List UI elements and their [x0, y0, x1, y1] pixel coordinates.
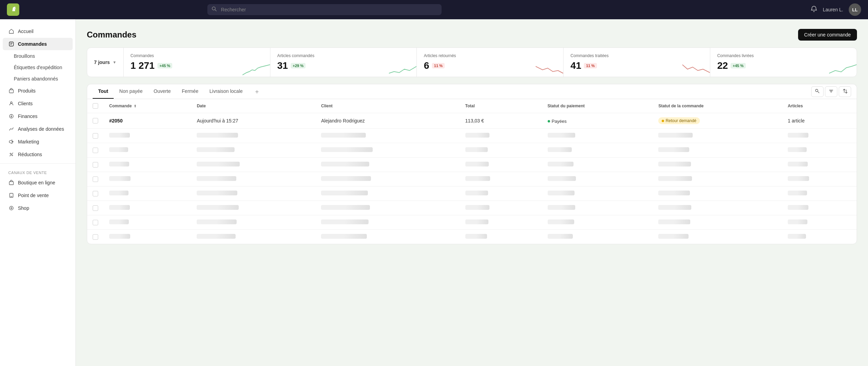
row-checkbox[interactable]	[93, 118, 98, 123]
orders-table-wrap: Commande ⬆ Date Client Total Statut du p…	[87, 99, 857, 244]
skeleton-cell	[658, 219, 690, 224]
sidebar-item-reductions[interactable]: Réductions	[3, 148, 73, 161]
sidebar-label-point: Point de vente	[18, 193, 49, 198]
svg-point-7	[11, 102, 12, 104]
table-row[interactable]: #2050 Aujourd'hui à 15:27 Alejandro Rodr…	[87, 113, 857, 129]
stat-label-articles-retournes: Articles retournés	[424, 53, 556, 58]
tab-non-payee[interactable]: Non payée	[114, 84, 148, 99]
tab-fermee[interactable]: Fermée	[176, 84, 204, 99]
sidebar-item-etiquettes[interactable]: Étiquettes d'expédition	[3, 62, 73, 73]
col-commande[interactable]: Commande ⬆	[104, 99, 191, 113]
svg-point-16	[816, 89, 818, 92]
skeleton-cell	[788, 133, 808, 138]
sidebar-item-shop[interactable]: Shop	[3, 202, 73, 214]
sidebar-item-analyses[interactable]: Analyses de données	[3, 123, 73, 135]
sort-button[interactable]	[839, 86, 851, 97]
sidebar-label-clients: Clients	[18, 101, 33, 106]
user-avatar[interactable]: LL	[849, 3, 861, 16]
row-select[interactable]	[87, 113, 104, 129]
sort-icon: ⬆	[134, 104, 136, 108]
sidebar-item-boutique[interactable]: Boutique en ligne	[3, 176, 73, 189]
sidebar-item-commandes[interactable]: Commandes	[3, 38, 73, 50]
topnav-right: Lauren L. LL	[810, 3, 861, 16]
row-date: Aujourd'hui à 15:27	[191, 113, 316, 129]
tabs-actions	[811, 86, 851, 97]
skeleton-cell	[658, 205, 691, 210]
tab-add-button[interactable]: ＋	[250, 85, 264, 98]
skeleton-cell	[197, 162, 240, 166]
sidebar-item-paniers[interactable]: Paniers abandonnés	[3, 73, 73, 84]
sidebar-item-point-de-vente[interactable]: Point de vente	[3, 189, 73, 202]
topnav: Lauren L. LL	[0, 0, 868, 19]
skeleton-cell	[321, 162, 369, 166]
skeleton-cell	[109, 133, 130, 138]
shop-icon	[8, 205, 14, 211]
skeleton-cell	[788, 162, 808, 166]
table-row-skeleton	[87, 186, 857, 201]
table-body: #2050 Aujourd'hui à 15:27 Alejandro Rodr…	[87, 113, 857, 244]
col-total: Total	[460, 99, 542, 113]
sidebar-label-commandes: Commandes	[18, 41, 47, 47]
notifications-button[interactable]	[810, 6, 817, 14]
table-row-skeleton	[87, 172, 857, 186]
col-date: Date	[191, 99, 316, 113]
sidebar-item-accueil[interactable]: Accueil	[3, 25, 73, 37]
col-select	[87, 99, 104, 113]
skeleton-cell	[321, 191, 368, 195]
skeleton-cell	[548, 133, 575, 138]
skeleton-checkbox[interactable]	[93, 133, 98, 139]
order-status-badge: Retour demandé	[658, 117, 700, 124]
skeleton-cell	[197, 191, 237, 195]
skeleton-cell	[548, 234, 573, 239]
row-articles: 1 article	[782, 113, 857, 129]
create-order-button[interactable]: Créer une commande	[798, 29, 857, 41]
tab-tout[interactable]: Tout	[93, 84, 114, 99]
col-statut-paiement: Statut du paiement	[542, 99, 653, 113]
skeleton-cell	[109, 219, 129, 224]
home-icon	[8, 28, 14, 34]
search-input[interactable]	[207, 4, 442, 15]
sidebar-label-marketing: Marketing	[18, 139, 39, 144]
discounts-icon	[8, 151, 14, 158]
row-statut-paiement: Payées	[542, 113, 653, 129]
table-row-skeleton	[87, 143, 857, 158]
table-row-skeleton	[87, 129, 857, 143]
row-order-id[interactable]: #2050	[104, 113, 191, 129]
shopify-logo-icon	[7, 3, 19, 16]
stat-label-articles-commandes: Articles commandés	[277, 53, 410, 58]
stats-row: 7 jours ▼ Commandes 1 271 +45 % Articles…	[87, 47, 857, 77]
sidebar-item-marketing[interactable]: Marketing	[3, 136, 73, 148]
select-all-checkbox[interactable]	[93, 103, 98, 109]
skeleton-cell	[197, 219, 237, 224]
skeleton-cell	[321, 147, 373, 152]
sidebar-item-finances[interactable]: Finances	[3, 110, 73, 122]
tab-ouverte[interactable]: Ouverte	[148, 84, 176, 99]
stat-card-commandes: Commandes 1 271 +45 %	[124, 48, 270, 77]
tab-livraison-locale[interactable]: Livraison locale	[204, 84, 248, 99]
logo[interactable]	[7, 3, 19, 16]
filter-button[interactable]	[825, 86, 837, 97]
skeleton-cell	[109, 147, 128, 152]
stat-badge-commandes: +45 %	[157, 63, 173, 68]
period-chevron-icon: ▼	[113, 60, 116, 64]
marketing-icon	[8, 139, 14, 145]
skeleton-cell	[548, 176, 576, 181]
sidebar-label-finances: Finances	[18, 114, 38, 119]
skeleton-cell	[197, 205, 239, 210]
stat-chart-articles-retournes	[536, 63, 563, 77]
skeleton-cell	[658, 234, 689, 239]
main-content: Commandes Créer une commande 7 jours ▼ C…	[76, 19, 868, 366]
sidebar-item-brouillons[interactable]: Brouillons	[3, 51, 73, 62]
skeleton-cell	[109, 162, 129, 166]
canaux-section-label: Canaux de vente	[0, 166, 75, 176]
period-selector[interactable]: 7 jours ▼	[87, 48, 124, 77]
col-client: Client	[316, 99, 459, 113]
search-bar	[207, 4, 442, 15]
skeleton-cell	[321, 133, 366, 138]
payment-status-dot	[548, 120, 550, 122]
skeleton-cell	[465, 162, 489, 166]
sidebar-item-produits[interactable]: Produits	[3, 85, 73, 97]
sidebar-item-clients[interactable]: Clients	[3, 97, 73, 110]
user-name-label[interactable]: Lauren L.	[823, 7, 843, 12]
search-filter-button[interactable]	[811, 86, 824, 97]
